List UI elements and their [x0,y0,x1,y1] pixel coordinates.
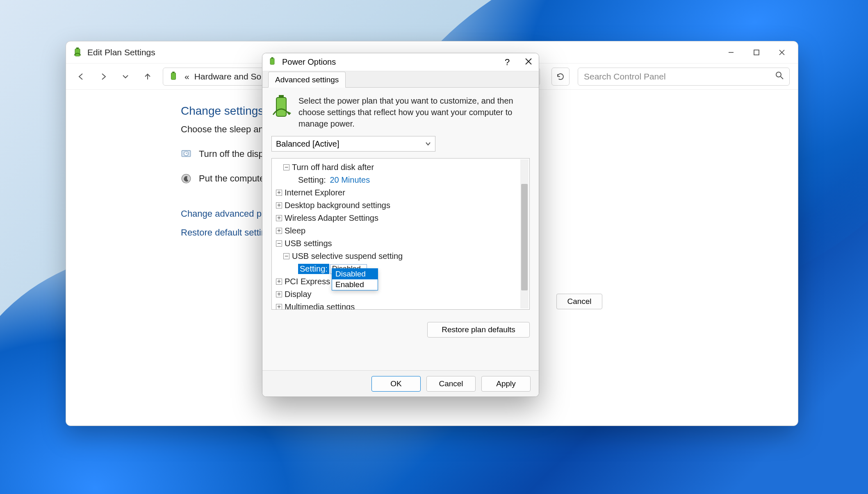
battery-icon [73,47,83,58]
breadcrumb-separator: « [185,72,189,82]
close-button[interactable] [522,57,535,68]
tree-node-usb-suspend[interactable]: − USB selective suspend setting [281,250,528,263]
monitor-clock-icon [181,149,191,159]
turn-off-display-label: Turn off the disp [199,149,264,159]
tree-label: USB settings [285,239,332,248]
tab-advanced-settings[interactable]: Advanced settings [268,72,346,88]
dialog-title: Power Options [282,57,336,67]
power-plan-value: Balanced [Active] [276,139,339,149]
tree-node-pci[interactable]: + PCI Express [273,275,528,288]
breadcrumb[interactable]: Hardware and So [194,72,261,82]
tree-node-sleep[interactable]: + Sleep [273,224,528,237]
refresh-button[interactable] [551,68,570,86]
help-button[interactable]: ? [501,57,513,68]
up-button[interactable] [141,70,155,84]
dialog-intro-text: Select the power plan that you want to c… [298,95,530,129]
scrollbar-thumb[interactable] [521,184,528,290]
search-placeholder: Search Control Panel [584,72,666,82]
tree-label: USB selective suspend setting [292,252,403,261]
power-options-dialog: Power Options ? Advanced settings Select… [262,53,539,397]
usb-setting-dropdown[interactable]: Disabled Enabled [332,268,378,290]
cancel-button[interactable]: Cancel [426,376,476,392]
tree-setting-label: Setting: [298,175,326,185]
sleep-moon-icon [181,173,191,184]
parent-cancel-wrap: Cancel [556,294,602,309]
expand-icon[interactable]: + [276,304,282,310]
tree-node-hdd-setting[interactable]: Setting: 20 Minutes [296,174,528,186]
back-button[interactable] [74,70,88,84]
dropdown-option-disabled[interactable]: Disabled [332,269,378,279]
apply-button[interactable]: Apply [481,376,531,392]
svg-rect-0 [75,49,80,56]
collapse-icon[interactable]: − [276,240,282,247]
tree-node-desktop-bg[interactable]: + Desktop background settings [273,199,528,212]
expand-icon[interactable]: + [276,279,282,285]
search-icon [775,71,784,82]
svg-rect-16 [271,57,273,58]
battery-icon [169,71,180,82]
battery-large-icon [271,95,291,118]
tab-strip: Advanced settings [262,71,539,88]
tree-setting-value[interactable]: 20 Minutes [330,175,370,185]
window-title: Edit Plan Settings [87,48,155,57]
svg-rect-20 [279,95,284,97]
tree-label: Display [285,290,312,299]
tree-label: Sleep [285,226,305,236]
expand-icon[interactable]: + [276,202,282,208]
collapse-icon[interactable]: − [283,253,289,259]
scrollbar[interactable] [520,159,529,308]
settings-tree[interactable]: − Turn off hard disk after Setting: 20 M… [271,158,530,310]
restore-defaults-button[interactable]: Restore plan defaults [427,322,530,338]
svg-rect-1 [76,48,79,49]
tree-label: Multimedia settings [285,302,355,310]
tree-setting-label-selected: Setting: [298,264,329,274]
svg-rect-3 [754,50,759,55]
dialog-titlebar: Power Options ? [262,53,539,71]
tree-node-hdd[interactable]: − Turn off hard disk after [281,161,528,174]
tree-label: Turn off hard disk after [292,163,374,172]
tree-label: PCI Express [285,277,330,286]
power-plan-select[interactable]: Balanced [Active] [271,136,435,152]
battery-icon [268,57,279,68]
tree-node-multimedia[interactable]: + Multimedia settings [273,301,528,310]
tree-node-usb[interactable]: − USB settings [273,237,528,250]
expand-icon[interactable]: + [276,215,282,221]
close-button[interactable] [769,43,795,61]
dialog-footer: OK Cancel Apply [262,370,539,397]
svg-point-8 [776,72,781,77]
svg-rect-19 [276,97,286,116]
tree-node-usb-setting[interactable]: Setting: Disabled ▾ [296,263,528,275]
expand-icon[interactable]: + [276,228,282,234]
forward-button[interactable] [96,70,110,84]
dropdown-option-enabled[interactable]: Enabled [332,279,378,290]
ok-button[interactable]: OK [371,376,421,392]
svg-rect-6 [171,73,176,79]
tree-node-wireless[interactable]: + Wireless Adapter Settings [273,212,528,224]
put-computer-sleep-label: Put the compute [199,173,264,184]
tree-node-ie[interactable]: + Internet Explorer [273,186,528,199]
tree-label: Internet Explorer [285,188,345,197]
expand-icon[interactable]: + [276,190,282,196]
svg-line-9 [781,77,783,79]
expand-icon[interactable]: + [276,291,282,297]
tree-node-display[interactable]: + Display [273,288,528,301]
maximize-button[interactable] [744,43,769,61]
collapse-icon[interactable]: − [283,164,289,170]
tree-label: Desktop background settings [285,201,390,210]
recent-button[interactable] [118,70,132,84]
svg-rect-15 [270,58,274,64]
cancel-button[interactable]: Cancel [556,294,602,309]
svg-rect-7 [172,71,175,73]
chevron-down-icon [425,139,431,149]
tree-label: Wireless Adapter Settings [285,213,378,223]
minimize-button[interactable] [718,43,744,61]
search-input[interactable]: Search Control Panel [578,68,790,86]
